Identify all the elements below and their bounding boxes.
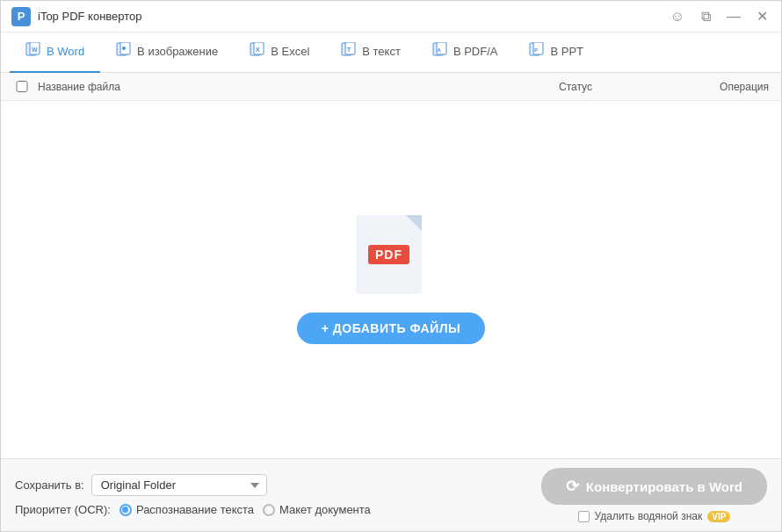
tab-image-label: В изображение [137, 45, 218, 58]
select-all-checkbox[interactable] [13, 81, 31, 92]
convert-button[interactable]: ⟳ Конвертировать в Word [541, 468, 767, 505]
tab-excel-label: В Excel [271, 45, 309, 58]
pdf-corner [406, 215, 422, 231]
bottom-bar: Сохранить в: Original Folder Приоритет (… [1, 458, 781, 531]
watermark-checkbox[interactable] [578, 511, 590, 522]
pdfa-icon: A [432, 42, 448, 61]
priority-layout-radio[interactable] [263, 504, 275, 516]
watermark-label: Удалить водяной знак [595, 510, 703, 522]
convert-icon: ⟳ [566, 477, 579, 496]
text-icon: T [341, 42, 357, 61]
save-folder-select[interactable]: Original Folder [91, 474, 267, 496]
priority-text-radio[interactable] [119, 504, 132, 516]
priority-row: Приоритет (OCR): Распознавание текста Ма… [15, 503, 371, 516]
tab-pdfa[interactable]: A В PDF/A [416, 32, 514, 73]
svg-text:P: P [534, 47, 538, 53]
tab-text-label: В текст [362, 45, 401, 58]
image-icon [116, 42, 132, 61]
tab-pdfa-label: В PDF/A [453, 45, 498, 58]
close-button[interactable]: ✕ [753, 8, 771, 25]
ppt-icon: P [529, 42, 545, 61]
col-filename-header: Название файла [38, 81, 488, 93]
copy-button[interactable]: ⧉ [697, 8, 714, 25]
drop-area: PDF + ДОБАВИТЬ ФАЙЛЫ [1, 101, 781, 458]
tab-excel[interactable]: X В Excel [234, 32, 325, 73]
priority-layout-label: Макет документа [279, 503, 371, 516]
tab-ppt-label: В PPT [550, 45, 583, 58]
pdf-icon: PDF [356, 215, 426, 298]
tab-text[interactable]: T В текст [325, 32, 416, 73]
tab-word-label: В Word [47, 45, 84, 58]
title-bar: P iTop PDF конвертор ☺ ⧉ — ✕ [1, 1, 781, 32]
svg-text:W: W [32, 47, 38, 53]
save-label: Сохранить в: [15, 478, 84, 492]
convert-label: Конвертировать в Word [586, 479, 742, 494]
bottom-right: ⟳ Конвертировать в Word Удалить водяной … [541, 468, 767, 522]
title-bar-left: P iTop PDF конвертор [11, 7, 142, 26]
bottom-left: Сохранить в: Original Folder Приоритет (… [15, 474, 371, 516]
priority-layout-option[interactable]: Макет документа [263, 503, 371, 516]
column-headers: Название файла Статус Операция [1, 73, 781, 101]
title-bar-controls: ☺ ⧉ — ✕ [669, 8, 771, 25]
minimize-button[interactable]: — [725, 8, 742, 25]
feedback-button[interactable]: ☺ [669, 8, 686, 25]
app-logo: P [11, 7, 31, 26]
save-row: Сохранить в: Original Folder [15, 474, 371, 496]
tab-word[interactable]: W В Word [10, 32, 100, 73]
priority-text-option[interactable]: Распознавание текста [119, 503, 254, 516]
word-icon: W [25, 42, 41, 61]
tab-bar: W В Word В изображение X В Excel [1, 32, 781, 73]
pdf-badge: PDF [368, 245, 409, 264]
svg-text:T: T [347, 47, 351, 53]
add-files-button[interactable]: + ДОБАВИТЬ ФАЙЛЫ [297, 313, 486, 344]
tab-ppt[interactable]: P В PPT [513, 32, 599, 73]
col-status-header: Статус [488, 81, 663, 93]
priority-text-label: Распознавание текста [136, 503, 254, 516]
vip-badge: VIP [707, 511, 730, 522]
priority-label: Приоритет (OCR): [15, 503, 111, 516]
col-operation-header: Операция [663, 81, 769, 93]
excel-icon: X [250, 42, 265, 61]
svg-text:X: X [256, 47, 260, 53]
watermark-row: Удалить водяной знак VIP [578, 510, 731, 522]
app-title: iTop PDF конвертор [38, 10, 142, 23]
svg-point-5 [122, 47, 126, 50]
add-files-label: + ДОБАВИТЬ ФАЙЛЫ [322, 321, 461, 335]
svg-text:A: A [437, 47, 441, 53]
tab-image[interactable]: В изображение [100, 32, 234, 73]
